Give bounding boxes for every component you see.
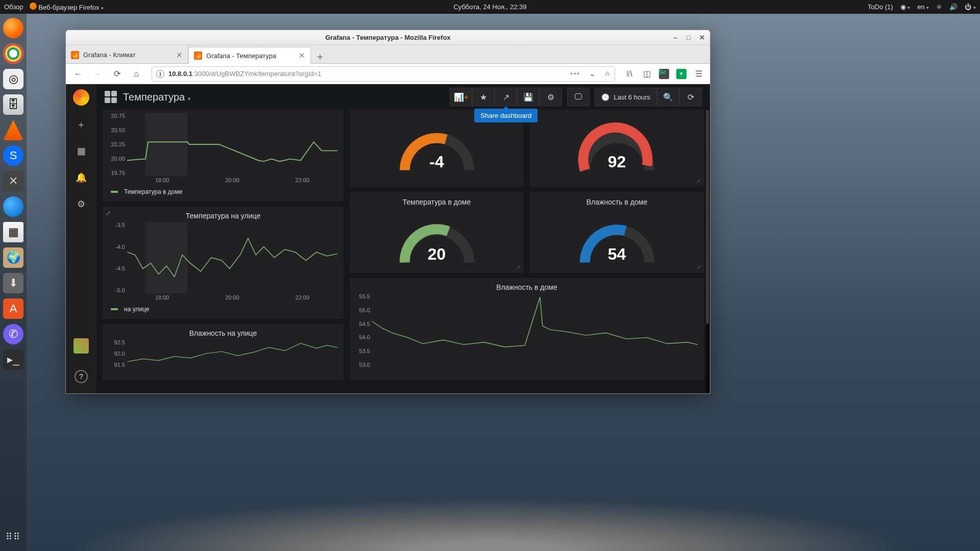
time-range-picker[interactable]: 🕓 Last 6 hours: [595, 88, 657, 106]
gauge-outside-hum[interactable]: 92 ⤢: [530, 110, 704, 187]
dock-rhythmbox-icon[interactable]: ◎: [3, 69, 23, 89]
panel-outside-temp[interactable]: ⤢ Температура на улице -3.5-4.0-4.5-5.0: [103, 207, 344, 319]
nav-toolbar: ← → ⟳ ⌂ i 10.8.0.1:3000/d/UgBWBZYmk/temp…: [66, 64, 710, 84]
popout-icon[interactable]: ⤢: [697, 264, 701, 270]
share-tooltip: Share dashboard: [475, 109, 538, 122]
dashboard-title[interactable]: Температура ▾: [123, 91, 190, 103]
plot-area: [127, 113, 337, 176]
scrollbar[interactable]: [706, 110, 709, 393]
help-icon[interactable]: ?: [75, 370, 88, 383]
dock-calculator-icon[interactable]: ▦: [3, 222, 23, 242]
panel-home-hum[interactable]: Влажность в доме 55.555.054.554.053.553.…: [350, 278, 704, 380]
popout-icon[interactable]: ⤢: [697, 178, 701, 184]
add-panel-button[interactable]: 📊+: [450, 88, 472, 106]
panel-grid: 20.7520.5020.2520.0019.75 18:0020:: [96, 110, 710, 393]
cycle-view-button[interactable]: 🖵: [567, 88, 590, 106]
new-tab-button[interactable]: +: [311, 52, 329, 63]
popout-icon[interactable]: ⤢: [517, 264, 521, 270]
dock-simplenote-icon[interactable]: S: [3, 145, 23, 166]
y-axis: 20.7520.5020.2520.0019.75: [107, 113, 127, 176]
settings-button[interactable]: ⚙: [540, 88, 562, 106]
url-bar[interactable]: i 10.8.0.1:3000/d/UgBWBZYmk/temperatura?…: [152, 66, 615, 82]
dock-viber-icon[interactable]: ✆: [3, 324, 23, 344]
dock-chrome-icon[interactable]: [3, 43, 23, 64]
dock-startup-icon[interactable]: ⬇: [3, 273, 23, 293]
site-info-icon[interactable]: i: [156, 70, 164, 78]
share-button[interactable]: ↗ Share dashboard: [495, 88, 517, 106]
firefox-window: Grafana - Температура - Mozilla Firefox …: [65, 30, 710, 394]
nav-forward-button[interactable]: →: [89, 66, 106, 82]
tab-climate[interactable]: Grafana - Климат ✕: [66, 46, 188, 63]
gnome-topbar: Обзор Веб-браузер Firefox ▾ Суббота, 24 …: [0, 0, 735, 14]
dock-maps-icon[interactable]: 🌍: [3, 247, 23, 268]
panel-title: Влажность в доме: [354, 281, 700, 293]
nav-reload-button[interactable]: ⟳: [109, 66, 125, 82]
dock: ◎ 🗄 S ✕ ▦ 🌍 ⬇ A ✆ ▸_ ⠿⠿: [0, 14, 27, 413]
dock-tools-icon[interactable]: ✕: [3, 171, 23, 191]
clock-icon: 🕓: [601, 93, 609, 101]
sidebar-config-icon[interactable]: ⚙: [74, 196, 89, 212]
sidebar-icon[interactable]: ◫: [640, 67, 654, 81]
y-axis: 92.592.091.5: [107, 339, 127, 368]
gauge-home-temp[interactable]: Температура в доме 20 ⤢: [350, 192, 524, 273]
window-titlebar[interactable]: Grafana - Температура - Mozilla Firefox …: [66, 30, 710, 45]
panel-title: Влажность на улице: [107, 327, 339, 339]
pocket-icon[interactable]: ⌄: [590, 70, 595, 78]
sidebar-alerting-icon[interactable]: 🔔: [74, 170, 89, 185]
app-menu[interactable]: Веб-браузер Firefox ▾: [30, 3, 104, 11]
grafana-sidebar: ＋ ▦ 🔔 ⚙ ?: [66, 84, 96, 393]
popout-icon[interactable]: ⤢: [106, 210, 111, 217]
panel-outside-hum[interactable]: Влажность на улице 92.592.091.5: [103, 324, 344, 380]
save-button[interactable]: 💾: [517, 88, 540, 106]
panel-home-temp[interactable]: 20.7520.5020.2520.0019.75 18:0020:: [103, 110, 344, 202]
dock-terminal-icon[interactable]: ▸_: [3, 349, 23, 370]
dock-firefox-icon[interactable]: [3, 18, 23, 38]
y-axis: -3.5-4.0-4.5-5.0: [107, 222, 127, 293]
time-range-label: Last 6 hours: [614, 93, 650, 101]
y-axis: 55.555.054.554.053.553.0: [354, 293, 372, 368]
window-close-button[interactable]: ✕: [697, 33, 707, 43]
library-icon[interactable]: ⫴\: [622, 67, 636, 81]
window-maximize-button[interactable]: □: [683, 33, 694, 43]
x-axis: 18:0020:0022:00: [127, 294, 337, 303]
panel-title: Температура на улице: [107, 210, 339, 222]
dock-files-icon[interactable]: 🗄: [3, 94, 23, 115]
gauge-title: Температура в доме: [403, 198, 471, 206]
grafana-logo-icon[interactable]: [73, 89, 89, 106]
tab-close-button[interactable]: ✕: [299, 51, 305, 60]
gauge-home-hum[interactable]: Влажность в доме 54 ⤢: [530, 192, 704, 273]
plot-area: [127, 339, 337, 368]
grafana-main: Температура ▾ 📊+ ★ ↗ Share dashboard 💾 ⚙…: [96, 84, 710, 393]
chart-legend[interactable]: на улице: [107, 303, 339, 316]
zoom-out-button[interactable]: 🔍: [657, 88, 679, 106]
hamburger-menu-icon[interactable]: ☰: [692, 67, 706, 81]
nav-back-button[interactable]: ←: [70, 66, 86, 82]
user-avatar-icon[interactable]: [74, 338, 89, 354]
gauge-grid-bottom: Температура в доме 20 ⤢ Влажность в доме: [350, 192, 704, 273]
clock[interactable]: Суббота, 24 Ноя., 22:39: [453, 3, 526, 11]
kaspersky-icon[interactable]: [674, 67, 689, 81]
dock-software-icon[interactable]: A: [3, 298, 23, 319]
plot-area: [372, 293, 698, 368]
refresh-button[interactable]: ⟳: [679, 88, 702, 106]
tab-label: Grafana - Температура: [206, 52, 276, 60]
star-button[interactable]: ★: [472, 88, 495, 106]
tab-close-button[interactable]: ✕: [176, 51, 183, 60]
tab-strip: Grafana - Климат ✕ Grafana - Температура…: [66, 45, 710, 64]
dashboard-icon[interactable]: [105, 91, 117, 103]
sidebar-dashboards-icon[interactable]: ▦: [74, 143, 89, 159]
selenium-icon[interactable]: Se: [657, 67, 671, 81]
page-actions-icon[interactable]: •••: [570, 70, 580, 78]
window-minimize-button[interactable]: –: [670, 33, 680, 43]
activities-button[interactable]: Обзор: [4, 3, 23, 11]
dock-vlc-icon[interactable]: [3, 120, 23, 140]
grafana-favicon-icon: [194, 52, 202, 60]
scrollbar-thumb[interactable]: [706, 110, 709, 324]
chart-legend[interactable]: Температура в доме: [107, 185, 339, 198]
gauge-value: 54: [571, 245, 663, 264]
bookmark-star-icon[interactable]: ☆: [604, 70, 610, 78]
dock-thunderbird-icon[interactable]: [3, 196, 23, 217]
sidebar-create-icon[interactable]: ＋: [74, 117, 89, 132]
tab-temperature[interactable]: Grafana - Температура ✕: [188, 47, 311, 64]
nav-home-button[interactable]: ⌂: [128, 66, 144, 82]
